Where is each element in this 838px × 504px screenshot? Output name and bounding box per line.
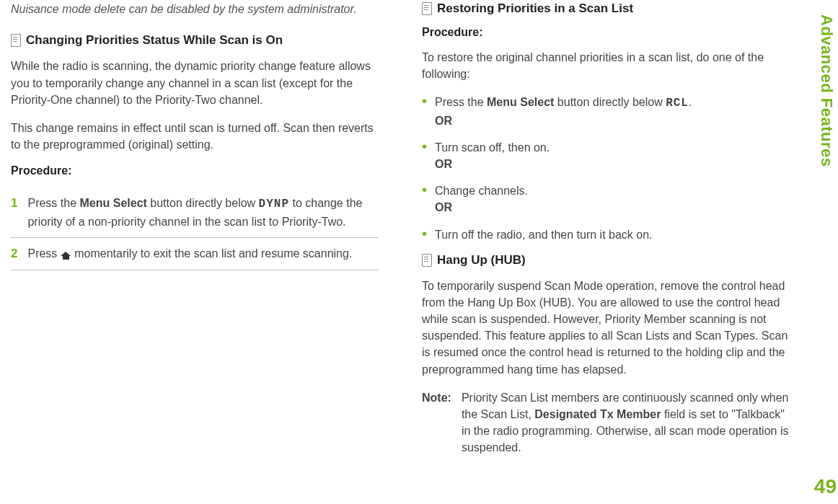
- sidebar-label: Advanced Features: [817, 14, 836, 167]
- step-row: 2 Press momentarily to exit the scan lis…: [11, 238, 379, 271]
- or-label: OR: [435, 156, 790, 172]
- note-block: Note: Priority Scan List members are con…: [422, 389, 790, 456]
- left-column: Nuisance mode delete can be disabled by …: [11, 0, 379, 456]
- step-text-fragment: Press: [27, 247, 60, 260]
- list-item: Turn off the radio, and then turn it bac…: [422, 226, 790, 243]
- home-icon: [61, 249, 71, 258]
- heading-text: Restoring Priorities in a Scan List: [437, 1, 633, 16]
- step-text-fragment: momentarily to exit the scan list and re…: [71, 247, 353, 260]
- para-change-effect: This change remains in effect until scan…: [11, 120, 379, 153]
- menu-select-bold: Menu Select: [80, 197, 147, 209]
- list-item: Change channels. OR: [422, 182, 790, 216]
- para-dynamic-priority: While the radio is scanning, the dynamic…: [11, 58, 379, 108]
- admin-note: Nuisance mode delete can be disabled by …: [11, 1, 379, 17]
- document-icon: [422, 2, 432, 15]
- or-label: OR: [435, 199, 790, 216]
- bullet-text: Change channels.: [435, 185, 528, 197]
- or-label: OR: [435, 112, 790, 129]
- heading-text: Hang Up (HUB): [437, 253, 526, 268]
- heading-text: Changing Priorities Status While Scan is…: [26, 33, 283, 48]
- note-label: Note:: [422, 389, 451, 456]
- menu-select-bold: Menu Select: [487, 96, 554, 108]
- step-text-fragment: Press the: [27, 197, 79, 209]
- heading-hang-up: Hang Up (HUB): [422, 253, 790, 268]
- rcl-code: RCL: [666, 97, 689, 110]
- list-item: Turn scan off, then on. OR: [422, 139, 790, 172]
- dynp-code: DYNP: [259, 198, 289, 211]
- document-icon: [422, 254, 432, 267]
- step-text: Press the Menu Select button directly be…: [27, 195, 379, 229]
- document-icon: [11, 34, 21, 47]
- step-number: 1: [11, 195, 17, 229]
- heading-changing-priorities: Changing Priorities Status While Scan is…: [11, 33, 379, 48]
- list-item: Press the Menu Select button directly be…: [422, 94, 790, 128]
- step-text-fragment: button directly below: [147, 197, 259, 209]
- bullet-text-fragment: button directly below: [554, 96, 666, 108]
- bullet-list: Press the Menu Select button directly be…: [422, 94, 790, 242]
- hub-paragraph: To temporarily suspend Scan Mode operati…: [422, 278, 790, 378]
- page-container: Nuisance mode delete can be disabled by …: [0, 0, 838, 456]
- restore-intro: To restore the original channel prioriti…: [422, 49, 790, 82]
- bullet-text: Turn off the radio, and then turn it bac…: [435, 229, 653, 241]
- right-column: Restoring Priorities in a Scan List Proc…: [422, 0, 790, 456]
- page-number: 49: [814, 475, 837, 498]
- step-number: 2: [11, 245, 17, 263]
- bullet-text-fragment: .: [689, 96, 692, 108]
- bullet-text: Turn scan off, then on.: [435, 141, 550, 154]
- note-text: Priority Scan List members are continuou…: [462, 389, 790, 456]
- procedure-label: Procedure:: [11, 164, 379, 177]
- step-row: 1 Press the Menu Select button directly …: [11, 187, 379, 237]
- step-text: Press momentarily to exit the scan list …: [27, 245, 352, 263]
- sidebar: Advanced Features: [815, 0, 838, 504]
- procedure-label: Procedure:: [422, 26, 790, 39]
- heading-restoring-priorities: Restoring Priorities in a Scan List: [422, 1, 790, 16]
- bullet-text-fragment: Press the: [435, 96, 487, 108]
- designated-tx-bold: Designated Tx Member: [534, 408, 661, 420]
